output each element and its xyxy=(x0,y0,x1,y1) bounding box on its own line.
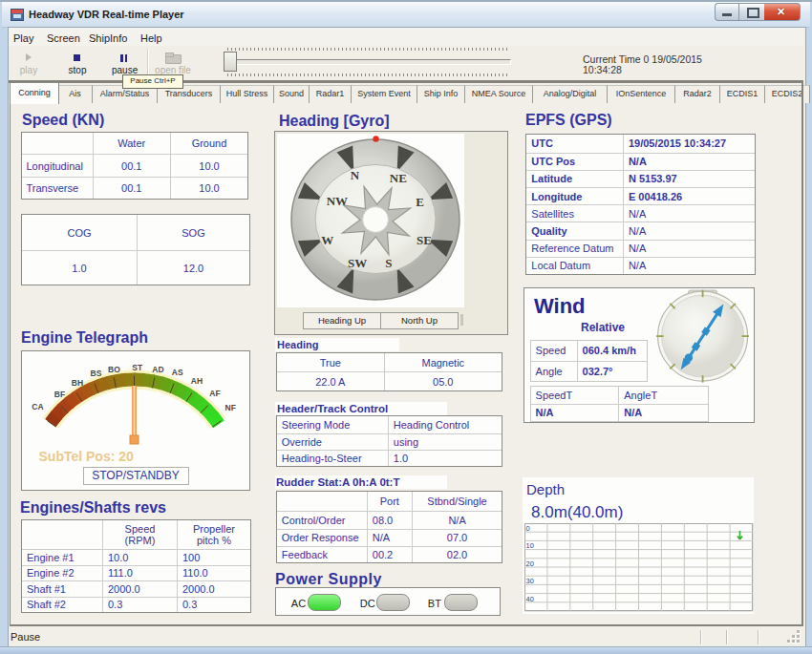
svg-text:AD: AD xyxy=(152,365,163,374)
svg-text:BH: BH xyxy=(71,378,82,388)
svg-text:W: W xyxy=(321,233,333,247)
svg-text:0: 0 xyxy=(526,524,530,533)
svg-text:NE: NE xyxy=(390,171,407,185)
svg-text:10: 10 xyxy=(526,541,534,550)
svg-text:AH: AH xyxy=(190,376,202,386)
svg-text:BS: BS xyxy=(90,369,101,378)
svg-text:SW: SW xyxy=(348,256,367,270)
svg-text:NF: NF xyxy=(224,403,235,412)
svg-text:AS: AS xyxy=(171,368,182,377)
svg-text:30: 30 xyxy=(526,577,534,585)
svg-text:20: 20 xyxy=(526,559,534,568)
svg-text:N: N xyxy=(351,168,360,182)
svg-text:BF: BF xyxy=(53,390,64,399)
svg-text:CA: CA xyxy=(32,402,43,411)
svg-text:40: 40 xyxy=(526,595,534,603)
svg-text:SE: SE xyxy=(417,233,432,247)
svg-text:AF: AF xyxy=(209,389,220,398)
svg-text:ST: ST xyxy=(132,363,143,372)
svg-text:S: S xyxy=(385,256,392,270)
svg-text:NW: NW xyxy=(327,194,348,208)
svg-text:E: E xyxy=(416,195,424,209)
svg-text:BO: BO xyxy=(108,365,120,374)
